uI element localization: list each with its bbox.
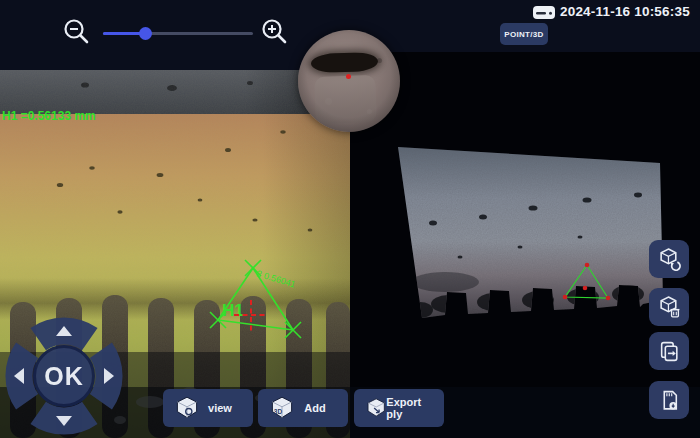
timestamp: 2024-11-16 10:56:35 — [560, 4, 698, 19]
add-button-label: Add — [304, 402, 325, 414]
view-button-label: view — [208, 402, 232, 414]
measurement-readout: H1 =0.56133 mm — [2, 109, 96, 123]
zoom-in-button[interactable] — [260, 17, 290, 49]
zoom-slider[interactable] — [103, 32, 253, 35]
export-file-icon — [658, 340, 681, 363]
export-file-button[interactable] — [649, 332, 689, 370]
ok-label: OK — [44, 362, 84, 390]
pointcloud-canvas[interactable] — [350, 52, 700, 438]
reset-view-button[interactable] — [649, 240, 689, 278]
recorder-icon — [532, 4, 556, 21]
marker-label: H1 — [222, 301, 244, 320]
dpad: OK — [4, 314, 124, 438]
add-button[interactable]: 3D Add — [258, 389, 348, 427]
zoom-slider-thumb[interactable] — [139, 27, 152, 40]
cube-view-icon — [175, 396, 199, 420]
view-button[interactable]: view — [163, 389, 253, 427]
save-sd-button[interactable] — [649, 381, 689, 419]
cube-add-icon: 3D — [270, 396, 294, 420]
measurement-app: H1 =0.56133 mm H1 2 0.56041 — [0, 0, 700, 438]
sd-card-save-icon — [658, 389, 681, 412]
svg-text:3D: 3D — [274, 408, 283, 415]
point-3d-mode-button[interactable]: POINT/3D — [500, 23, 548, 45]
delete-cloud-button[interactable] — [649, 288, 689, 326]
zoom-out-button[interactable] — [62, 17, 92, 49]
inset-vignette — [298, 30, 400, 132]
cube-delete-icon — [658, 296, 681, 319]
magnifier-inset — [298, 30, 400, 132]
cube-reset-icon — [658, 248, 681, 271]
